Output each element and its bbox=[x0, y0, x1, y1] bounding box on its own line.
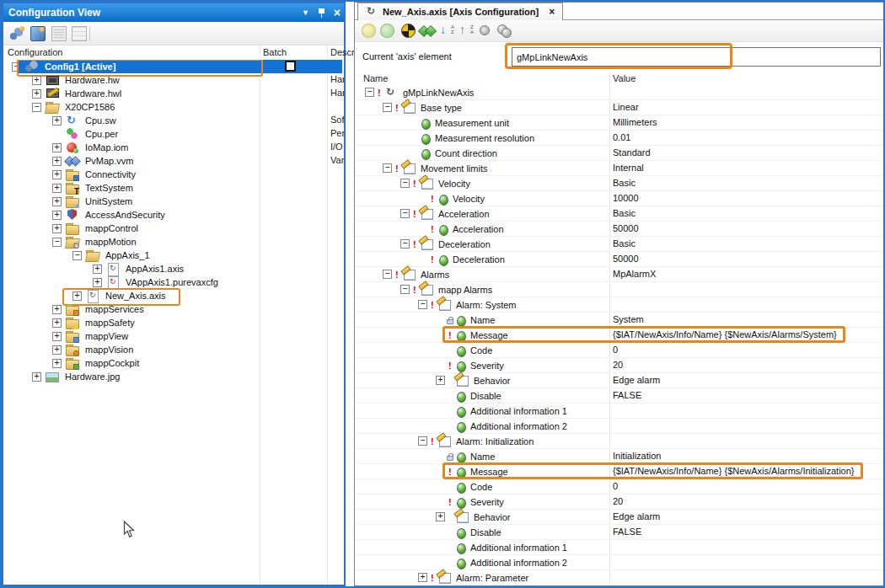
tree-row-cpu-sw[interactable]: +Cpu.swSoftw bbox=[3, 114, 344, 127]
tree-row-vappaxis1-purevaxcfg[interactable]: +VAppAxis1.purevaxcfg bbox=[3, 275, 344, 289]
tree-row-connectivity[interactable]: +Connectivity bbox=[3, 168, 344, 181]
grid-row-deceleration[interactable]: −!DecelerationBasic bbox=[355, 237, 884, 252]
grid-row-velocity[interactable]: −!VelocityBasic bbox=[355, 176, 884, 191]
tree-row-mappsafety[interactable]: +mappSafety bbox=[3, 316, 344, 329]
expand-toggle[interactable]: + bbox=[32, 89, 41, 99]
property-value[interactable]: Basic bbox=[613, 208, 636, 218]
grid-row-base-type[interactable]: −!Base typeLinear bbox=[355, 100, 884, 115]
expand-toggle[interactable]: + bbox=[32, 76, 41, 85]
grid-row-severity[interactable]: !Severity20 bbox=[355, 494, 884, 510]
tree-row-mappmotion[interactable]: −mappMotion bbox=[3, 235, 344, 249]
collapse-toggle[interactable]: − bbox=[72, 251, 82, 260]
tree-row-mappview[interactable]: +mappView bbox=[3, 329, 344, 343]
workspace-icon[interactable] bbox=[9, 26, 24, 41]
collapse-toggle[interactable]: − bbox=[400, 209, 410, 218]
grid-row-behavior[interactable]: +BehaviorEdge alarm bbox=[355, 510, 884, 525]
property-value[interactable]: Initialization bbox=[613, 451, 661, 461]
grid-row-name[interactable]: NameInitialization bbox=[355, 449, 884, 464]
property-value[interactable]: MpAlarmX bbox=[613, 269, 656, 279]
property-value[interactable]: Standard bbox=[613, 147, 651, 158]
expand-toggle[interactable]: + bbox=[52, 143, 62, 152]
spheres-icon[interactable] bbox=[497, 24, 512, 38]
expand-toggle[interactable]: + bbox=[52, 359, 62, 368]
tree-row-x20cp1586[interactable]: −X20CP1586 bbox=[3, 100, 344, 114]
property-value[interactable]: Edge alarm bbox=[613, 511, 660, 521]
collapse-toggle[interactable]: − bbox=[400, 239, 410, 249]
property-value[interactable]: System bbox=[613, 314, 644, 324]
property-value[interactable]: 0.01 bbox=[613, 132, 630, 142]
tree-row-appaxis1-axis[interactable]: +AppAxis1.axis bbox=[3, 262, 344, 275]
new-child-element-icon[interactable] bbox=[380, 24, 394, 38]
expand-toggle[interactable]: + bbox=[93, 265, 102, 274]
grid-row-code[interactable]: Code0 bbox=[355, 479, 884, 494]
properties-icon[interactable] bbox=[51, 26, 67, 41]
grid-row-additional-information-1[interactable]: Additional information 1 bbox=[355, 404, 884, 419]
property-value[interactable]: Basic bbox=[613, 178, 636, 188]
tree-row-accessandsecurity[interactable]: +AccessAndSecurity bbox=[3, 208, 344, 222]
collapse-toggle[interactable]: − bbox=[400, 285, 410, 294]
sort-za-icon[interactable] bbox=[459, 24, 474, 38]
tree-row-unitsystem[interactable]: +UnitSystem bbox=[3, 195, 344, 208]
collapse-toggle[interactable]: − bbox=[418, 300, 427, 309]
tree-row-appaxis-1[interactable]: −AppAxis_1 bbox=[3, 249, 344, 262]
expand-toggle[interactable]: + bbox=[52, 197, 62, 206]
collapse-toggle[interactable]: − bbox=[383, 103, 392, 112]
tree-row-mappcontrol[interactable]: +mappControl bbox=[3, 222, 344, 235]
grid-row-disable[interactable]: DisableFALSE bbox=[355, 388, 884, 404]
expand-toggle[interactable]: + bbox=[52, 170, 62, 179]
collapse-toggle[interactable]: − bbox=[12, 62, 21, 72]
expand-toggle[interactable]: + bbox=[52, 184, 62, 193]
collapse-toggle[interactable]: − bbox=[383, 163, 392, 173]
sphere-icon[interactable] bbox=[480, 25, 490, 35]
tree-row-mappservices[interactable]: +mappServices bbox=[3, 302, 344, 316]
tab-close-icon[interactable]: × bbox=[549, 6, 555, 18]
grid-row-behavior[interactable]: +BehaviorEdge alarm bbox=[355, 373, 884, 388]
grid-row-alarm-system[interactable]: −!Alarm: System bbox=[355, 297, 884, 313]
tree-row-cpu-per[interactable]: Cpu.perPerma bbox=[3, 127, 344, 141]
property-value[interactable]: Edge alarm bbox=[613, 375, 660, 385]
property-value[interactable]: Basic bbox=[613, 238, 636, 249]
property-value[interactable]: 10000 bbox=[613, 193, 639, 203]
close-icon[interactable]: × bbox=[334, 8, 341, 17]
expand-toggle[interactable]: + bbox=[52, 116, 62, 126]
grid-row-velocity[interactable]: !Velocity10000 bbox=[355, 191, 884, 206]
grid-row-name[interactable]: NameSystem bbox=[355, 313, 884, 328]
grid-row-deceleration[interactable]: !Deceleration50000 bbox=[355, 252, 884, 267]
tree-row-hardware-hw[interactable]: +Hardware.hwHardw bbox=[3, 73, 344, 87]
grid-row-gmplinknewaxis[interactable]: −!gMpLinkNewAxis bbox=[355, 85, 884, 100]
tree-row-config1-active[interactable]: −Config1 [Active] bbox=[3, 60, 344, 73]
collapse-toggle[interactable]: − bbox=[32, 103, 41, 112]
expand-toggle[interactable]: + bbox=[52, 211, 62, 220]
property-value[interactable]: Linear bbox=[613, 102, 639, 112]
grid-row-movement-limits[interactable]: −!Movement limitsInternal bbox=[355, 161, 884, 176]
property-value[interactable]: FALSE bbox=[613, 390, 641, 400]
tree-row-hardware-jpg[interactable]: +Hardware.jpg bbox=[3, 370, 344, 383]
expand-toggle[interactable]: + bbox=[436, 512, 445, 521]
tree-row-mappvision[interactable]: +mappVision bbox=[3, 343, 344, 356]
grid-row-additional-information-2[interactable]: Additional information 2 bbox=[355, 555, 884, 570]
expand-toggle[interactable]: + bbox=[52, 157, 62, 166]
grid-row-mapp-alarms[interactable]: −!mapp Alarms bbox=[355, 282, 884, 297]
grid-row-message[interactable]: !Message{$IAT/NewAxis/Info/Name} {$NewAx… bbox=[355, 464, 884, 479]
grid-row-alarm-initialization[interactable]: −!Alarm: Initialization bbox=[355, 434, 884, 449]
tree-row-textsystem[interactable]: +TTextSystem bbox=[3, 181, 344, 195]
current-element-input[interactable] bbox=[512, 47, 881, 67]
collapse-toggle[interactable]: − bbox=[383, 270, 392, 279]
expand-toggle[interactable]: + bbox=[52, 224, 62, 233]
property-value[interactable]: FALSE bbox=[613, 527, 641, 537]
property-value[interactable]: Millimeters bbox=[613, 117, 657, 127]
batch-checkbox[interactable] bbox=[285, 61, 296, 72]
collapse-toggle[interactable]: − bbox=[52, 238, 62, 247]
tree-row-new-axis-axis[interactable]: +New_Axis.axis bbox=[3, 289, 344, 302]
tree-row-pvmap-vvm[interactable]: +PvMap.vvmVariab bbox=[3, 154, 344, 168]
property-value[interactable]: 50000 bbox=[613, 254, 639, 264]
expand-toggle[interactable]: + bbox=[436, 376, 445, 385]
property-value[interactable]: {$IAT/NewAxis/Info/Name} {$NewAxis/Alarm… bbox=[613, 329, 837, 339]
property-value[interactable]: 50000 bbox=[613, 223, 639, 233]
expand-toggle[interactable]: + bbox=[32, 372, 41, 382]
expand-toggle[interactable]: + bbox=[52, 345, 62, 355]
chevron-down-icon[interactable]: ▼ bbox=[302, 3, 309, 22]
collapse-toggle[interactable]: − bbox=[365, 88, 374, 97]
expand-toggle[interactable]: + bbox=[72, 291, 82, 301]
grid-row-additional-information-2[interactable]: Additional information 2 bbox=[355, 419, 884, 434]
